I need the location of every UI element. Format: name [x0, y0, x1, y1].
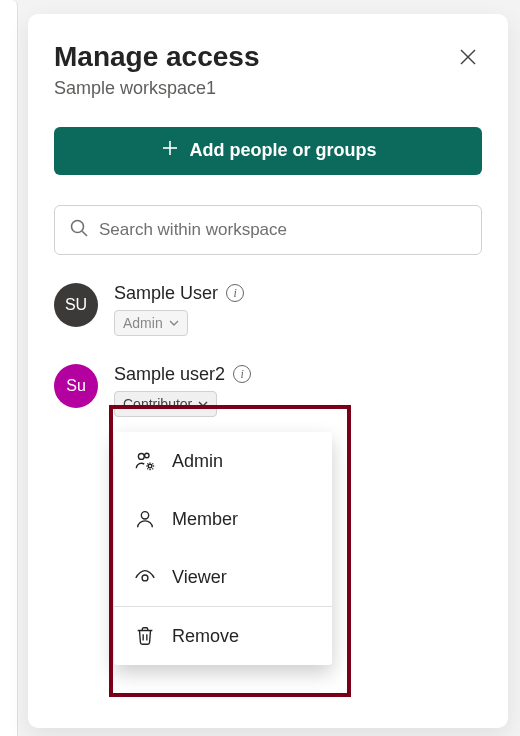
user-info: Sample user2 i Contributor [114, 364, 251, 417]
close-button[interactable] [454, 44, 482, 72]
panel-header: Manage access Sample workspace1 [54, 40, 482, 99]
background-panel-edge [0, 0, 18, 736]
add-people-button[interactable]: Add people or groups [54, 127, 482, 175]
search-input[interactable] [99, 220, 467, 240]
search-field[interactable] [54, 205, 482, 255]
info-icon[interactable]: i [226, 284, 244, 302]
svg-point-4 [72, 220, 84, 232]
chevron-down-icon [169, 315, 179, 331]
avatar: Su [54, 364, 98, 408]
search-icon [69, 218, 89, 242]
role-label: Admin [123, 315, 163, 331]
chevron-down-icon [198, 396, 208, 412]
role-option-label: Member [172, 509, 238, 530]
trash-icon [134, 625, 156, 647]
role-label: Contributor [123, 396, 192, 412]
title-block: Manage access Sample workspace1 [54, 40, 259, 99]
svg-point-10 [142, 575, 148, 581]
info-icon[interactable]: i [233, 365, 251, 383]
role-selector-disabled: Admin [114, 310, 188, 336]
svg-point-8 [148, 464, 152, 468]
user-name: Sample user2 [114, 364, 225, 385]
person-icon [134, 508, 156, 530]
role-option-label: Remove [172, 626, 239, 647]
role-option-admin[interactable]: Admin [114, 432, 332, 490]
role-option-label: Admin [172, 451, 223, 472]
svg-point-7 [145, 453, 149, 457]
role-option-remove[interactable]: Remove [114, 606, 332, 665]
role-option-viewer[interactable]: Viewer [114, 548, 332, 606]
add-people-label: Add people or groups [190, 140, 377, 161]
user-row: Su Sample user2 i Contributor [54, 364, 482, 417]
role-selector[interactable]: Contributor [114, 391, 217, 417]
role-option-label: Viewer [172, 567, 227, 588]
close-icon [459, 48, 477, 69]
svg-line-5 [82, 231, 87, 236]
panel-title: Manage access [54, 40, 259, 74]
svg-point-6 [138, 453, 144, 459]
plus-icon [160, 138, 180, 163]
user-info: Sample User i Admin [114, 283, 244, 336]
eye-icon [134, 566, 156, 588]
people-gear-icon [134, 450, 156, 472]
avatar: SU [54, 283, 98, 327]
user-name: Sample User [114, 283, 218, 304]
svg-point-9 [141, 512, 148, 519]
user-row: SU Sample User i Admin [54, 283, 482, 336]
role-dropdown: Admin Member Viewer [114, 432, 332, 665]
panel-subtitle: Sample workspace1 [54, 78, 259, 99]
role-option-member[interactable]: Member [114, 490, 332, 548]
